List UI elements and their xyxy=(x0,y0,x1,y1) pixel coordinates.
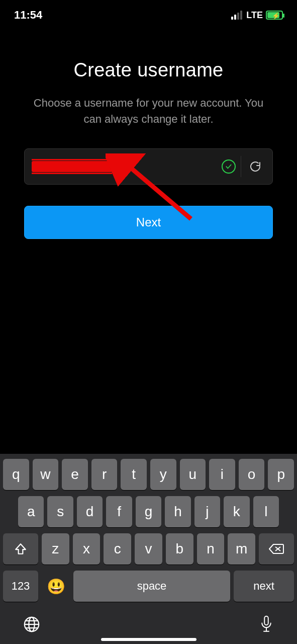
username-input-container xyxy=(24,148,273,185)
key-o[interactable]: o xyxy=(239,459,265,490)
key-b[interactable]: b xyxy=(166,533,193,565)
input-divider xyxy=(241,156,241,177)
key-l[interactable]: l xyxy=(253,496,279,527)
backspace-key[interactable] xyxy=(259,533,294,565)
key-m[interactable]: m xyxy=(228,533,255,565)
username-input[interactable] xyxy=(33,149,217,184)
key-y[interactable]: y xyxy=(150,459,176,490)
home-indicator[interactable] xyxy=(101,638,196,641)
key-n[interactable]: n xyxy=(197,533,225,565)
status-bar: 11:54 LTE ⚡ xyxy=(0,0,297,30)
key-d[interactable]: d xyxy=(77,496,103,527)
key-r[interactable]: r xyxy=(91,459,118,490)
keyboard-next-key[interactable]: next xyxy=(234,571,294,602)
key-w[interactable]: w xyxy=(33,459,59,490)
key-z[interactable]: z xyxy=(42,533,69,565)
key-q[interactable]: q xyxy=(3,459,29,490)
key-t[interactable]: t xyxy=(121,459,147,490)
key-g[interactable]: g xyxy=(136,496,161,527)
shift-key[interactable] xyxy=(3,533,38,565)
status-right: LTE ⚡ xyxy=(231,10,283,21)
next-button[interactable]: Next xyxy=(24,206,273,239)
key-e[interactable]: e xyxy=(62,459,88,490)
key-v[interactable]: v xyxy=(135,533,162,565)
space-key[interactable]: space xyxy=(73,571,230,602)
page-title: Create username xyxy=(24,59,273,81)
key-c[interactable]: c xyxy=(104,533,131,565)
create-username-screen: Create username Choose a username for yo… xyxy=(0,55,297,239)
svg-rect-6 xyxy=(264,616,268,625)
key-x[interactable]: x xyxy=(73,533,101,565)
emoji-key[interactable]: 😃 xyxy=(42,571,70,602)
key-u[interactable]: u xyxy=(180,459,206,490)
key-a[interactable]: a xyxy=(18,496,44,527)
valid-check-icon xyxy=(222,159,236,174)
signal-icon xyxy=(231,11,242,20)
mic-icon[interactable] xyxy=(259,615,274,636)
key-k[interactable]: k xyxy=(224,496,249,527)
key-f[interactable]: f xyxy=(106,496,132,527)
next-button-label: Next xyxy=(136,215,161,229)
network-label: LTE xyxy=(246,10,263,21)
numbers-key[interactable]: 123 xyxy=(3,571,38,602)
globe-icon[interactable] xyxy=(23,616,40,635)
key-i[interactable]: i xyxy=(209,459,235,490)
key-p[interactable]: p xyxy=(268,459,294,490)
key-j[interactable]: j xyxy=(194,496,220,527)
page-subtitle: Choose a username for your new account. … xyxy=(24,95,273,127)
refresh-username-button[interactable] xyxy=(246,157,264,176)
key-h[interactable]: h xyxy=(165,496,190,527)
status-time: 11:54 xyxy=(14,9,42,22)
keyboard: qwertyuiop asdfghjkl zxcvbnm 123 😃 space… xyxy=(0,454,297,644)
battery-charging-icon: ⚡ xyxy=(266,11,283,20)
key-s[interactable]: s xyxy=(47,496,73,527)
